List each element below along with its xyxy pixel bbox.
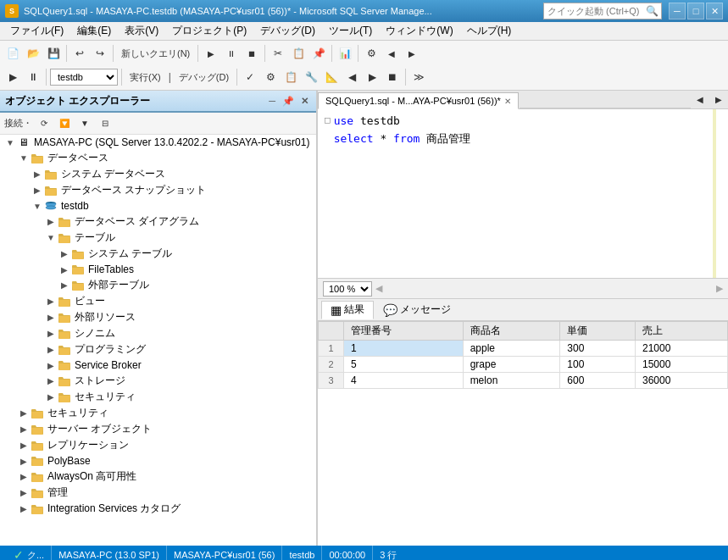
table-row[interactable]: 25grape10015000: [319, 357, 728, 373]
tb2-icon4[interactable]: 🔧: [302, 68, 320, 86]
grid-cell[interactable]: 4: [344, 373, 464, 389]
new-query-btn2[interactable]: 新しいクエリ(N): [117, 44, 194, 63]
tree-expander[interactable]: ▼: [31, 199, 44, 213]
menu-edit[interactable]: 編集(E): [70, 22, 118, 41]
tb-icon3[interactable]: ⏹: [242, 44, 261, 63]
oe-filter-btn[interactable]: 🔽: [55, 114, 74, 133]
tb2-icon2[interactable]: ⚙: [261, 68, 280, 86]
database-dropdown[interactable]: testdb: [50, 69, 118, 86]
tree-expander[interactable]: ▶: [17, 470, 31, 484]
tree-item[interactable]: ▶外部リソース: [0, 309, 316, 325]
tree-item[interactable]: ▶外部テーブル: [0, 277, 316, 293]
grid-cell[interactable]: melon: [463, 373, 560, 389]
paste-btn[interactable]: 📌: [309, 44, 328, 63]
cut-btn[interactable]: ✂: [269, 44, 287, 63]
tree-item[interactable]: ▶FileTables: [0, 262, 316, 277]
tb2-more[interactable]: ≫: [409, 68, 428, 86]
grid-cell[interactable]: 1: [344, 341, 464, 357]
menu-debug[interactable]: デバッグ(D): [253, 22, 322, 41]
tb-more1[interactable]: ⚙: [362, 44, 381, 63]
oe-dock-btn[interactable]: ─: [266, 95, 278, 107]
tree-item[interactable]: ▼テーブル: [0, 230, 316, 246]
copy-btn[interactable]: 📋: [289, 44, 308, 63]
debug-btn[interactable]: デバッグ(D): [175, 68, 233, 86]
tree-item[interactable]: ▶Integration Services カタログ: [0, 501, 316, 517]
tree-item[interactable]: ▶PolyBase: [0, 453, 316, 469]
close-button[interactable]: ✕: [706, 3, 723, 19]
tree-expander[interactable]: ▶: [44, 327, 58, 341]
tree-expander[interactable]: ▶: [31, 168, 44, 181]
maximize-button[interactable]: □: [687, 3, 704, 19]
tree-item[interactable]: ▶セキュリティ: [0, 405, 316, 421]
tree-expander[interactable]: ▼: [17, 152, 31, 165]
save-btn[interactable]: 💾: [44, 44, 63, 63]
tree-item[interactable]: ▶シノニム: [0, 325, 316, 341]
oe-pin-btn[interactable]: 📌: [280, 95, 297, 108]
tree-item[interactable]: ▶ストレージ: [0, 373, 316, 389]
diagram-btn[interactable]: 📊: [336, 44, 354, 63]
minimize-button[interactable]: ─: [669, 3, 686, 19]
zoom-right-btn[interactable]: ▶: [716, 283, 723, 294]
tree-expander[interactable]: ▶: [44, 343, 58, 357]
grid-header[interactable]: 単価: [560, 322, 636, 341]
tab-scroll-right[interactable]: ▶: [709, 91, 728, 108]
grid-header[interactable]: 売上: [635, 322, 727, 341]
tree-item[interactable]: ▼🖥MASAYA-PC (SQL Server 13.0.4202.2 - MA…: [0, 135, 316, 150]
tree-expander[interactable]: ▶: [58, 247, 71, 261]
tree-item[interactable]: ▶レプリケーション: [0, 437, 316, 453]
tree-expander[interactable]: ▶: [58, 279, 71, 292]
tree-expander[interactable]: ▶: [44, 311, 58, 324]
tree-expander[interactable]: ▶: [44, 391, 58, 404]
result-tab-message[interactable]: 💬 メッセージ: [374, 301, 460, 319]
zoom-select[interactable]: 100 %: [323, 281, 372, 297]
tb2-icon8[interactable]: ⏹: [383, 68, 402, 86]
tb2-btn1[interactable]: ▶: [3, 68, 22, 86]
tb2-icon6[interactable]: ◀: [342, 68, 361, 86]
query-editor[interactable]: □ use testdb select * from 商品管理: [318, 109, 728, 279]
query-tab[interactable]: SQLQuery1.sql - M...AYA-PC¥usr01 (56))* …: [318, 92, 519, 109]
grid-cell[interactable]: 15000: [635, 357, 727, 373]
tb-more2[interactable]: ◀: [382, 44, 401, 63]
grid-cell[interactable]: 21000: [635, 341, 727, 357]
grid-cell[interactable]: 600: [560, 373, 636, 389]
menu-tools[interactable]: ツール(T): [322, 22, 379, 41]
tree-expander[interactable]: ▼: [44, 231, 58, 245]
tb2-icon5[interactable]: 📐: [322, 68, 341, 86]
tree-expander[interactable]: ▶: [17, 486, 31, 500]
tree-expander[interactable]: ▶: [44, 215, 58, 229]
grid-header[interactable]: 商品名: [463, 322, 560, 341]
tree-expander[interactable]: ▶: [31, 184, 44, 197]
new-query-btn[interactable]: 📄: [3, 44, 22, 63]
oe-refresh-btn[interactable]: ⟳: [35, 114, 53, 133]
table-row[interactable]: 11apple30021000: [319, 341, 728, 357]
menu-view[interactable]: 表示(V): [118, 22, 165, 41]
tree-expander[interactable]: ▶: [44, 358, 58, 372]
oe-close-btn[interactable]: ✕: [298, 95, 311, 108]
grid-header[interactable]: 管理番号: [344, 322, 464, 341]
tree-item[interactable]: ▶データベース ダイアグラム: [0, 213, 316, 230]
tb-more3[interactable]: ▶: [403, 44, 421, 63]
oe-connect-btn[interactable]: 接続・: [3, 114, 33, 133]
menu-help[interactable]: ヘルプ(H): [460, 22, 519, 41]
tree-item[interactable]: ▶管理: [0, 485, 316, 501]
tree-expander[interactable]: ▶: [17, 439, 31, 452]
menu-file[interactable]: ファイル(F): [3, 22, 70, 41]
grid-cell[interactable]: grape: [463, 357, 560, 373]
grid-cell[interactable]: 100: [560, 357, 636, 373]
tree-item[interactable]: ▶AlwaysOn 高可用性: [0, 469, 316, 485]
zoom-left-btn[interactable]: ◀: [375, 283, 382, 294]
execute-btn[interactable]: 実行(X): [125, 68, 165, 86]
tree-item[interactable]: ▶サーバー オブジェクト: [0, 421, 316, 437]
tree-expander[interactable]: ▶: [17, 502, 31, 516]
oe-collapse-btn[interactable]: ⊟: [96, 114, 114, 133]
tab-scroll-left[interactable]: ◀: [691, 91, 709, 108]
tree-expander[interactable]: ▼: [3, 136, 17, 149]
grid-cell[interactable]: 300: [560, 341, 636, 357]
tb2-icon1[interactable]: ✓: [241, 68, 259, 86]
tb-icon1[interactable]: ▶: [202, 44, 220, 63]
tree-expander[interactable]: ▶: [17, 454, 31, 468]
tree-item[interactable]: ▼データベース: [0, 150, 316, 166]
table-row[interactable]: 34melon60036000: [319, 373, 728, 389]
tree-item[interactable]: ▶プログラミング: [0, 341, 316, 358]
tree-item[interactable]: ▼testdb: [0, 198, 316, 213]
